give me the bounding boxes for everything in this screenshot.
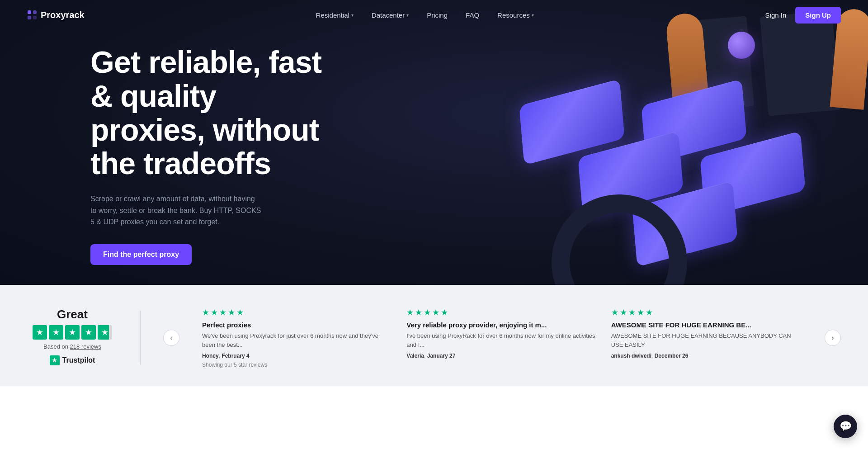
brand-name: Proxyrack — [41, 10, 85, 20]
rs1: ★ — [202, 307, 209, 317]
rs5: ★ — [236, 307, 244, 317]
review-card-1: ★ ★ ★ ★ ★ Perfect proxies We've been usi… — [202, 307, 393, 368]
great-label: Great — [57, 307, 88, 321]
svg-rect-1 — [33, 10, 37, 14]
trustpilot-logo: ★ Trustpilot — [50, 355, 95, 365]
review-stars-1: ★ ★ ★ ★ ★ — [202, 307, 393, 317]
hero-title: Get reliable, fast & quality proxies, wi… — [90, 45, 326, 180]
nav-residential[interactable]: Residential ▾ — [316, 11, 354, 19]
rs3: ★ — [219, 307, 226, 317]
review-count: Based on 218 reviews — [43, 343, 101, 350]
hero-content: Get reliable, fast & quality proxies, wi… — [90, 45, 326, 265]
nav-resources[interactable]: Resources ▾ — [497, 11, 534, 19]
rs4: ★ — [228, 307, 235, 317]
review-card-3: ★ ★ ★ ★ ★ AWESOME SITE FOR HUGE EARNING … — [611, 307, 802, 359]
chevron-down-icon: ▾ — [351, 13, 354, 18]
svg-rect-3 — [33, 16, 37, 19]
review-stars-2: ★ ★ ★ ★ ★ — [406, 307, 597, 317]
rating-stars: ★ ★ ★ ★ ★ — [33, 325, 112, 340]
trustpilot-summary: Great ★ ★ ★ ★ ★ Based on 218 reviews ★ T… — [27, 307, 118, 365]
tp-star-icon: ★ — [50, 355, 60, 365]
carousel-next-button[interactable]: › — [825, 330, 841, 346]
review-title-3: AWESOME SITE FOR HUGE EARNING BE... — [611, 321, 802, 329]
cta-button[interactable]: Find the perfect proxy — [90, 244, 192, 265]
reviews-divider — [140, 311, 141, 365]
review-author-1: Honey, February 4 — [202, 353, 393, 359]
hero-subtitle: Scrape or crawl any amount of data, with… — [90, 193, 262, 228]
nav-faq[interactable]: FAQ — [466, 11, 479, 19]
svg-rect-0 — [28, 10, 31, 14]
star-1: ★ — [33, 325, 47, 340]
navbar: Proxyrack Residential ▾ Datacenter ▾ Pri… — [0, 0, 868, 30]
hero-section: Get reliable, fast & quality proxies, wi… — [0, 0, 868, 285]
nav-datacenter[interactable]: Datacenter ▾ — [372, 11, 409, 19]
rs2: ★ — [211, 307, 218, 317]
showing-text: Showing our 5 star reviews — [202, 362, 393, 368]
navbar-actions: Sign In Sign Up — [765, 7, 841, 24]
review-author-3: ankush dwivedi, December 26 — [611, 353, 802, 359]
star-5: ★ — [98, 325, 112, 340]
review-body-1: We've been using Proxyrack for just over… — [202, 331, 393, 349]
chevron-down-icon: ▾ — [532, 13, 534, 18]
nav-pricing[interactable]: Pricing — [427, 11, 448, 19]
review-title-1: Perfect proxies — [202, 321, 393, 329]
chevron-down-icon: ▾ — [406, 13, 409, 18]
review-stars-3: ★ ★ ★ ★ ★ — [611, 307, 802, 317]
svg-rect-2 — [28, 16, 31, 19]
signin-button[interactable]: Sign In — [765, 11, 787, 19]
review-author-2: Valeria, January 27 — [406, 353, 597, 359]
signup-button[interactable]: Sign Up — [795, 7, 841, 24]
review-title-2: Very reliable proxy provider, enjoying i… — [406, 321, 597, 329]
review-body-3: AWESOME SITE FOR HUGE EARNING BECAUSE AN… — [611, 331, 802, 349]
star-4: ★ — [81, 325, 96, 340]
star-3: ★ — [65, 325, 80, 340]
logo-icon — [27, 10, 37, 20]
logo[interactable]: Proxyrack — [27, 10, 85, 20]
review-body-2: I've been using ProxyRack for over 6 mon… — [406, 331, 597, 349]
reviews-carousel: ★ ★ ★ ★ ★ Perfect proxies We've been usi… — [202, 307, 802, 368]
nav-links: Residential ▾ Datacenter ▾ Pricing FAQ R… — [316, 11, 534, 19]
star-2: ★ — [49, 325, 63, 340]
reviews-section: Great ★ ★ ★ ★ ★ Based on 218 reviews ★ T… — [0, 285, 868, 386]
carousel-prev-button[interactable]: ‹ — [163, 330, 179, 346]
review-card-2: ★ ★ ★ ★ ★ Very reliable proxy provider, … — [406, 307, 597, 359]
review-count-link[interactable]: 218 reviews — [70, 343, 101, 350]
